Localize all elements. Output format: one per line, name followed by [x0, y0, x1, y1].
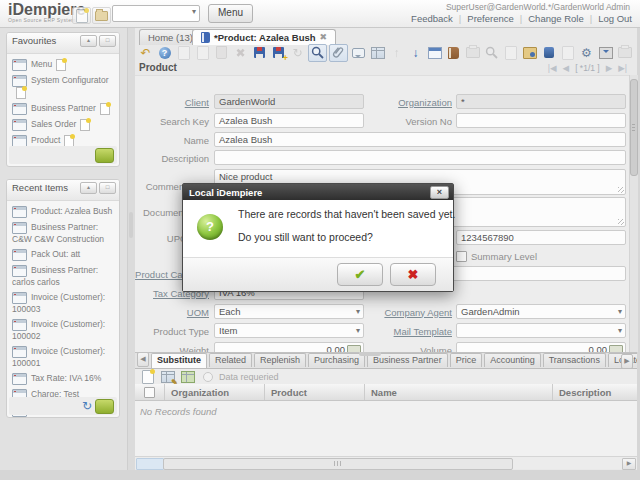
calculator-icon[interactable] [609, 345, 623, 352]
attachment-icon[interactable] [329, 44, 348, 62]
detach-panel-icon[interactable]: □ [99, 35, 116, 47]
chevron-down-icon[interactable]: ▾ [356, 326, 360, 336]
favourite-item[interactable]: Menu [9, 57, 117, 73]
favourite-item[interactable]: Sales Order [9, 117, 117, 133]
recent-item[interactable]: Invoice (Customer): 100001 [9, 344, 117, 371]
select-all-checkbox[interactable] [144, 387, 155, 398]
recent-item[interactable]: Product: Azalea Bush [9, 204, 117, 220]
organization-label[interactable]: Organization [372, 96, 452, 108]
column-header[interactable]: Name [365, 384, 553, 400]
scrollbar-thumb[interactable] [630, 79, 638, 176]
recent-item[interactable]: Invoice (Customer): 100003 [9, 290, 117, 317]
detail-tab[interactable]: Substitute [151, 353, 207, 368]
detail-splitter-grip[interactable] [359, 352, 381, 356]
save-create-icon[interactable]: + [270, 45, 287, 61]
dialog-close-button[interactable]: × [430, 186, 449, 199]
detail-tab[interactable]: Transactions [543, 353, 606, 367]
chevron-down-icon[interactable]: ▾ [192, 7, 196, 16]
column-header[interactable]: Organization [165, 384, 265, 400]
report-icon[interactable] [445, 45, 462, 61]
form-scrollbar[interactable] [629, 75, 638, 352]
scroll-right-icon[interactable]: ▶ [622, 458, 636, 470]
export-icon[interactable] [521, 45, 538, 61]
header-link[interactable]: Preference [467, 13, 513, 24]
menu-button[interactable]: Menu [208, 4, 253, 23]
chat-icon[interactable] [350, 45, 367, 61]
detail-tab[interactable]: Replenish [254, 353, 306, 367]
dialog-titlebar[interactable]: Local iDempiere × [183, 184, 453, 200]
recent-item[interactable]: Tax Rate: IVA 16% [9, 371, 117, 387]
client-label[interactable]: Client [137, 96, 209, 108]
company-agent-label[interactable]: Company Agent [372, 306, 452, 318]
delete-favourite-icon[interactable] [95, 148, 114, 163]
recent-item[interactable]: Pack Out: att [9, 247, 117, 263]
summary-level-checkbox[interactable] [456, 251, 467, 262]
resize-handle-icon[interactable] [618, 187, 624, 193]
save-icon[interactable] [251, 45, 268, 61]
detail-tab[interactable]: Related [209, 353, 252, 367]
company-agent-dropdown[interactable]: GardenAdmin▾ [456, 304, 626, 319]
undo-icon[interactable]: ↶ [137, 45, 154, 61]
detail-tab[interactable]: Price [450, 353, 483, 367]
recent-item[interactable]: Business Partner: carlos carlos [9, 263, 117, 290]
scroll-tabs-left-icon[interactable]: ◀ [137, 352, 149, 367]
header-link[interactable]: Change Role [528, 13, 583, 24]
weight-field[interactable]: 0.00 [214, 342, 364, 352]
name-field[interactable]: Azalea Bush [214, 132, 626, 147]
search-key-field[interactable]: Azalea Bush [214, 113, 364, 128]
detail-tab[interactable]: Accounting [484, 353, 541, 367]
scroll-tabs-right-icon[interactable]: ▶ [621, 354, 633, 369]
resize-handle-icon[interactable] [618, 219, 624, 225]
collapse-panel-icon[interactable]: ▴ [80, 182, 97, 194]
uom-label[interactable]: UOM [137, 306, 209, 318]
help-icon[interactable]: ? [156, 45, 173, 61]
recent-item[interactable]: Invoice (Customer): 100002 [9, 317, 117, 344]
scrollbar-thumb[interactable] [163, 458, 513, 470]
detail-record-icon[interactable]: ↓ [407, 45, 424, 61]
description-field[interactable] [214, 150, 626, 165]
new-record-icon[interactable] [80, 119, 90, 131]
new-record-icon[interactable] [16, 87, 26, 99]
find-icon[interactable] [308, 44, 327, 62]
uom-dropdown[interactable]: Each▾ [214, 304, 364, 319]
favourite-item[interactable]: Business Partner [9, 101, 117, 117]
header-link[interactable]: Feedback [411, 13, 453, 24]
splitter-grip[interactable] [129, 212, 133, 238]
window-search-combobox[interactable]: ▾ [112, 5, 200, 22]
recent-item[interactable]: Business Partner: C&W C&W Construction [9, 220, 117, 247]
calculator-icon[interactable] [347, 345, 361, 352]
refresh-icon[interactable]: ↻ [82, 400, 92, 412]
form-icon[interactable] [426, 45, 443, 61]
edit-table-icon[interactable]: ✎ [159, 369, 176, 385]
product-type-dropdown[interactable]: Item▾ [214, 323, 364, 338]
new-record-icon[interactable] [100, 103, 110, 115]
collapse-panel-icon[interactable]: ▴ [80, 35, 97, 47]
detach-panel-icon[interactable]: □ [99, 182, 116, 194]
clear-recent-icon[interactable] [95, 399, 114, 414]
cancel-button[interactable]: ✖ [390, 263, 436, 286]
confirm-button[interactable]: ✔ [337, 263, 383, 286]
close-tab-icon[interactable]: ✖ [320, 30, 328, 45]
detail-tab[interactable]: Purchasing [308, 353, 365, 367]
chevron-down-icon[interactable]: ▾ [618, 307, 622, 317]
product-info-icon[interactable] [540, 45, 557, 61]
column-header[interactable]: Product [265, 384, 365, 400]
new-row-icon[interactable] [139, 369, 156, 385]
version-no-field[interactable] [456, 113, 626, 128]
process-icon[interactable]: ⚙ [578, 45, 595, 61]
mail-template-label[interactable]: Mail Template [372, 325, 452, 337]
new-record-icon[interactable] [56, 59, 66, 71]
new-window-icon[interactable] [72, 7, 91, 24]
customize-grid-icon[interactable] [179, 369, 196, 385]
grid-toggle-icon[interactable] [369, 45, 386, 61]
chevron-down-icon[interactable]: ▾ [356, 307, 360, 317]
header-link[interactable]: Log Out [598, 13, 632, 24]
archive-icon[interactable] [597, 45, 614, 61]
volume-field[interactable]: 0.00 [456, 342, 626, 352]
sku-field[interactable]: 1234567890 [456, 230, 626, 245]
favourite-item[interactable]: System Configurator [9, 73, 117, 101]
table-horizontal-scrollbar[interactable]: ▶ [135, 456, 637, 469]
mail-template-dropdown[interactable]: ▾ [456, 323, 626, 338]
tab-product[interactable]: *Product: Azalea Bush ✖ [192, 29, 336, 45]
chevron-down-icon[interactable]: ▾ [618, 326, 622, 336]
